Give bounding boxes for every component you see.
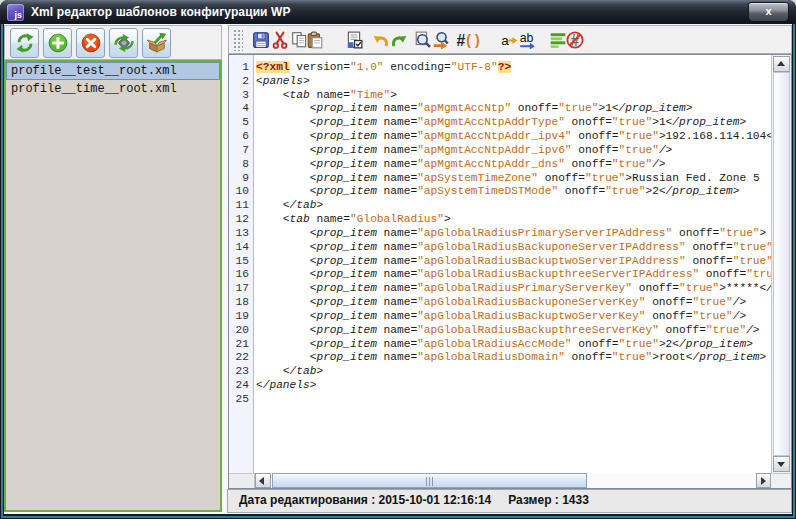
svg-text:( ): ( ) [466, 32, 479, 48]
svg-text:ab: ab [520, 31, 534, 45]
code-line: <prop_item name="apGlobalRadiusBackupone… [256, 296, 771, 310]
undo-icon [372, 31, 390, 53]
code-line: <prop_item name="apSystemTimeDSTMode" on… [256, 185, 771, 199]
paste-icon [306, 31, 324, 53]
line-number: 17 [229, 282, 253, 296]
export-icon [146, 32, 168, 54]
vertical-scrollbar-thumb[interactable] [773, 72, 790, 456]
line-number: 9 [229, 172, 253, 186]
save-button[interactable] [252, 31, 270, 49]
line-number: 6 [229, 130, 253, 144]
line-number: 13 [229, 227, 253, 241]
code-line: <panels> [256, 75, 771, 89]
add-icon [47, 32, 69, 54]
editor-toolbar: #( )aab# [228, 25, 792, 54]
vertical-scrollbar[interactable] [771, 55, 791, 473]
left-arrow-icon [259, 477, 264, 485]
line-number: 21 [229, 338, 253, 352]
line-number: 11 [229, 199, 253, 213]
status-size: Размер : 1433 [508, 493, 589, 507]
thumb-grip-icon [426, 477, 434, 486]
redo-icon [390, 31, 408, 53]
file-list-item[interactable]: profile__time__root.xml [6, 80, 220, 98]
line-number: 1 [229, 61, 253, 75]
highlight-lines-button[interactable] [549, 31, 567, 49]
replace-word-button[interactable]: ab [518, 31, 536, 49]
delete-button[interactable] [76, 28, 105, 58]
file-toolbar [4, 25, 222, 60]
scrollbar-corner [771, 473, 791, 488]
status-bar: Дата редактирования : 2015-10-01 12:16:1… [227, 489, 792, 513]
complete-word-button[interactable]: a [500, 31, 518, 49]
horizontal-scrollbar-thumb[interactable] [272, 473, 587, 488]
scroll-down-button[interactable] [773, 456, 790, 472]
code-line: </tab> [256, 199, 771, 213]
delete-icon [80, 32, 102, 54]
paste-button[interactable] [306, 31, 324, 49]
file-list-item[interactable]: profile__test__root.xml [6, 62, 220, 80]
code-line: <prop_item name="apGlobalRadiusPrimarySe… [256, 227, 771, 241]
cut-button[interactable] [271, 31, 289, 49]
line-number: 14 [229, 241, 253, 255]
line-number: 20 [229, 324, 253, 338]
code-line: <prop_item name="apGlobalRadiusBackupthr… [256, 324, 771, 338]
line-number: 10 [229, 185, 253, 199]
line-number: 18 [229, 296, 253, 310]
up-arrow-icon [777, 61, 785, 66]
code-line: <prop_item name="apMgmtAccNtpAddr_dns" o… [256, 158, 771, 172]
redo-button[interactable] [390, 31, 408, 49]
line-number: 16 [229, 268, 253, 282]
line-number: 2 [229, 75, 253, 89]
code-line: <?xml version="1.0" encoding="UTF-8"?> [256, 61, 771, 75]
line-number: 5 [229, 116, 253, 130]
line-number: 19 [229, 310, 253, 324]
down-arrow-icon [777, 462, 785, 467]
hash-off-button[interactable]: # [566, 31, 584, 49]
scroll-up-button[interactable] [773, 56, 790, 72]
highlight-lines-icon [549, 31, 567, 53]
code-line: <prop_item name="apGlobalRadiusBackuptwo… [256, 310, 771, 324]
code-line: <tab name="Time"> [256, 89, 771, 103]
scroll-right-button[interactable] [756, 473, 771, 488]
code-line: <prop_item name="apGlobalRadiusPrimarySe… [256, 282, 771, 296]
line-number: 8 [229, 158, 253, 172]
line-number: 24 [229, 379, 253, 393]
app-icon: js [7, 4, 24, 21]
code-line: <prop_item name="apMgmtAccNtp" onoff="tr… [256, 102, 771, 116]
sync-button[interactable] [109, 28, 138, 58]
line-number-gutter: 1234567891011121314151617181920212223242… [229, 55, 254, 473]
add-button[interactable] [43, 28, 72, 58]
line-number: 25 [229, 393, 253, 407]
code-line: </tab> [256, 365, 771, 379]
code-line: <prop_item name="apMgmtAccNtpAddrType" o… [256, 116, 771, 130]
cut-icon [271, 31, 289, 53]
find-next-button[interactable] [432, 31, 450, 49]
export-button[interactable] [142, 28, 171, 58]
line-number: 23 [229, 365, 253, 379]
code-line: <prop_item name="apSystemTimeZone" onoff… [256, 172, 771, 186]
page-properties-button[interactable] [345, 31, 363, 49]
code-line: <prop_item name="apGlobalRadiusDomain" o… [256, 351, 771, 365]
refresh-button[interactable] [10, 28, 39, 58]
code-line [256, 393, 771, 407]
app-window: js Xml редактор шаблонов конфигурации WP… [0, 0, 796, 519]
refresh-icon [14, 32, 36, 54]
parens-button[interactable]: ( ) [464, 31, 482, 49]
code-line: <prop_item name="apGlobalRadiusBackuptwo… [256, 255, 771, 269]
undo-button[interactable] [372, 31, 390, 49]
close-button[interactable]: x [748, 2, 789, 22]
sync-icon [113, 32, 135, 54]
scroll-left-button[interactable] [255, 473, 271, 488]
titlebar[interactable]: js Xml редактор шаблонов конфигурации WP… [0, 0, 796, 24]
complete-word-icon: a [500, 31, 518, 53]
find-next-icon [432, 31, 450, 53]
toolbar-grip[interactable] [233, 29, 243, 51]
code-editor[interactable]: <?xml version="1.0" encoding="UTF-8"?><p… [254, 55, 771, 473]
file-list[interactable]: profile__test__root.xmlprofile__time__ro… [4, 60, 222, 512]
horizontal-scrollbar[interactable] [229, 473, 791, 488]
code-line: <tab name="GlobalRadius"> [256, 213, 771, 227]
find-button[interactable] [414, 31, 432, 49]
status-date: Дата редактирования : 2015-10-01 12:16:1… [239, 493, 491, 507]
line-number: 3 [229, 89, 253, 103]
hash-off-icon: # [566, 31, 584, 53]
